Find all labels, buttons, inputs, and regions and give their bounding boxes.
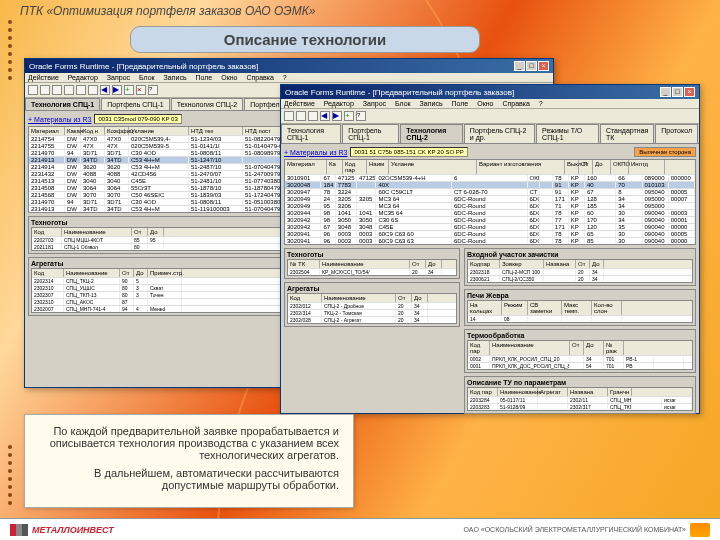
tab-std-tk[interactable]: Стандартная ТК — [600, 124, 654, 143]
close-button[interactable]: × — [538, 61, 549, 71]
table-row[interactable]: 2302318СПЦ-2-МСП 1002034 — [468, 268, 692, 275]
cell: 51-1247/10 — [189, 157, 243, 163]
table-row[interactable]: 0002ПРКЛ_КЛК_РОСИЛ_СПЦ_2034701PB-1 — [468, 355, 692, 362]
menu-action[interactable]: Действие — [28, 74, 59, 81]
menu-edit[interactable]: Редактор — [324, 100, 354, 107]
exit-icon[interactable] — [52, 85, 62, 95]
menu-record[interactable]: Запись — [164, 74, 187, 81]
menu-field[interactable]: Поле — [196, 74, 213, 81]
paste-icon[interactable] — [88, 85, 98, 95]
tab-port-spc1[interactable]: Портфель СПЦ-1 — [342, 124, 399, 143]
materials-link[interactable]: + Материалы из R3 — [284, 149, 347, 156]
menu-q[interactable]: ? — [283, 74, 287, 81]
tab-tech-spc1[interactable]: Технология СПЦ-1 — [25, 98, 100, 110]
table-row[interactable]: 2302007СПЦ_МНП-741-4944Менеd — [32, 305, 283, 312]
print-icon[interactable] — [296, 111, 306, 121]
material-field[interactable]: 0031 C35mod 079-090 KP 03 — [94, 114, 181, 124]
tab-port-spc1[interactable]: Портфель СПЦ-1 — [101, 98, 169, 110]
prev-icon[interactable]: ◀ — [320, 111, 330, 121]
cell: 34 — [590, 269, 604, 275]
minimize-button[interactable]: _ — [514, 61, 525, 71]
cell: 78 — [321, 189, 335, 195]
menu-help[interactable]: Справка — [246, 74, 273, 81]
print-icon[interactable] — [40, 85, 50, 95]
maximize-button[interactable]: □ — [526, 61, 537, 71]
cell — [632, 397, 662, 403]
table-row[interactable]: 0001ПРКЛ_КЛК_ДОС_РОСИЛ_СПЦ_8154701PB — [468, 362, 692, 369]
table-row[interactable]: 3020949953206MC3 646DC-Round6DC-ROUND BA… — [285, 202, 695, 209]
table-row[interactable]: 302094778322460C C59CLTCT 6-028-70СТ 6-0… — [285, 188, 695, 195]
cell: 00000 — [669, 238, 695, 244]
table-row[interactable]: 2202314СПЦ_ТКЦ-2905 — [32, 277, 283, 284]
menu-block[interactable]: Блок — [139, 74, 155, 81]
win2-titlebar[interactable]: Oracle Forms Runtime - [Предварительный … — [281, 85, 699, 99]
tab-tech-spc2[interactable]: Технология СПЦ-2 — [400, 124, 463, 143]
tab-protocol[interactable]: Протокол — [655, 124, 698, 143]
menu-window[interactable]: Окно — [477, 100, 493, 107]
tab-tech-spc2[interactable]: Технология СПЦ-2 — [171, 98, 243, 110]
table-row[interactable]: 2302307СПЦ_ТКП-13803Точен — [32, 291, 283, 298]
win2-menubar[interactable]: Действие Редактор Запрос Блок Запись Пол… — [281, 99, 699, 109]
table-row[interactable]: 2302/012СПЦ-2 - Дробное2034 — [288, 302, 456, 309]
menu-query[interactable]: Запрос — [363, 100, 386, 107]
menu-block[interactable]: Блок — [395, 100, 411, 107]
next-icon[interactable]: ▶ — [112, 85, 122, 95]
table-row[interactable]: 220328405-0117/112302/11СПЦ_МНП-81исзаг — [468, 396, 692, 403]
menu-window[interactable]: Окно — [221, 74, 237, 81]
table-row[interactable]: 2302310СПЦ_УЦШС803Скват — [32, 284, 283, 291]
del-icon[interactable]: × — [136, 85, 146, 95]
help-icon[interactable]: ? — [148, 85, 158, 95]
prev-icon[interactable]: ◀ — [100, 85, 110, 95]
cell: 3048 — [336, 224, 357, 230]
menu-q[interactable]: ? — [539, 100, 543, 107]
cell: 00000 — [669, 224, 695, 230]
table-row[interactable]: 220328351-9128/092302/317СПЦ_ТКПисзаг — [468, 403, 692, 410]
table-row[interactable]: 2302/028СПЦ-2 - Агрегат2034 — [288, 316, 456, 323]
menu-help[interactable]: Справка — [502, 100, 529, 107]
tab-tech-spc1[interactable]: Технология СПЦ-1 — [281, 124, 341, 143]
save-icon[interactable] — [28, 85, 38, 95]
cell: 2302/314 — [288, 310, 322, 316]
table-row[interactable]: 30209449810411041MC35 646DC-Round6DC-ROU… — [285, 209, 695, 216]
cell: C53 4H+M — [129, 164, 189, 170]
tab-modes[interactable]: Режимы Т/О СПЦ-1 — [536, 124, 599, 143]
materials-link[interactable]: + Материалы из R3 — [28, 116, 91, 123]
material-field[interactable]: 0031 51 C75b 085-151 CK KP 20 SO PP — [350, 147, 467, 157]
cell: 3020942 — [285, 224, 321, 230]
cut-icon[interactable] — [308, 111, 318, 121]
table-row[interactable]: 30209429830503050C30 6S6DC-Round6DC-ROUN… — [285, 216, 695, 223]
slide-header: ПТК «Оптимизация портфеля заказов ОАО ОЭ… — [20, 4, 315, 18]
close-button[interactable]: × — [684, 87, 695, 97]
table-row[interactable]: 3020941960003000360C9 C63 636DC-Round6DC… — [285, 237, 695, 244]
table-row[interactable]: 2202703СПЦ МЦШ-4КОТ8595 — [32, 236, 283, 243]
win1-titlebar[interactable]: Oracle Forms Runtime - [Предварительный … — [25, 59, 553, 73]
win1-menubar[interactable]: Действие Редактор Запрос Блок Запись Пол… — [25, 73, 553, 83]
next-icon[interactable]: ▶ — [332, 111, 342, 121]
help-icon[interactable]: ? — [356, 111, 366, 121]
section-button[interactable]: Выпячная сторона — [634, 147, 696, 157]
maximize-button[interactable]: □ — [672, 87, 683, 97]
table-row[interactable]: 2300621СПЦ-2/СС3502034 — [468, 275, 692, 282]
menu-edit[interactable]: Редактор — [68, 74, 98, 81]
menu-record[interactable]: Запись — [420, 100, 443, 107]
add-icon[interactable]: + — [344, 111, 354, 121]
minimize-button[interactable]: _ — [660, 87, 671, 97]
tab-port-spc2[interactable]: Портфель СПЦ-2 и др. — [464, 124, 535, 143]
menu-query[interactable]: Запрос — [107, 74, 130, 81]
table-row[interactable]: 30209426730483048C45E6DC-Round6DC-ROUND … — [285, 223, 695, 230]
table-row[interactable]: 30209492432053205MC3 646DC-Round6DC-ROUN… — [285, 195, 695, 202]
table-row[interactable]: 2021181СПЦ-1 Обзвол80 — [32, 243, 283, 250]
table-row[interactable]: 3020941960003000360C9 C63 606DC-Round6DC… — [285, 230, 695, 237]
table-row[interactable]: 2302504КР_МСХ/CCI_ТО/54/2034 — [288, 268, 456, 275]
save-icon[interactable] — [284, 111, 294, 121]
copy-icon[interactable] — [76, 85, 86, 95]
table-row[interactable]: 2302/314ТКЦ-2 - Томская2034 — [288, 309, 456, 316]
menu-field[interactable]: Поле — [452, 100, 469, 107]
table-row[interactable]: 1408 — [468, 315, 692, 322]
table-row[interactable]: 2302310СПЦ_АКОС87 — [32, 298, 283, 305]
add-icon[interactable]: + — [124, 85, 134, 95]
menu-action[interactable]: Действие — [284, 100, 315, 107]
table-row[interactable]: 301090167471254712502OC5M539-4+H6ОКПОС99… — [285, 174, 695, 181]
table-row[interactable]: 3020048184778340Х91KP4070010103 — [285, 181, 695, 188]
cut-icon[interactable] — [64, 85, 74, 95]
